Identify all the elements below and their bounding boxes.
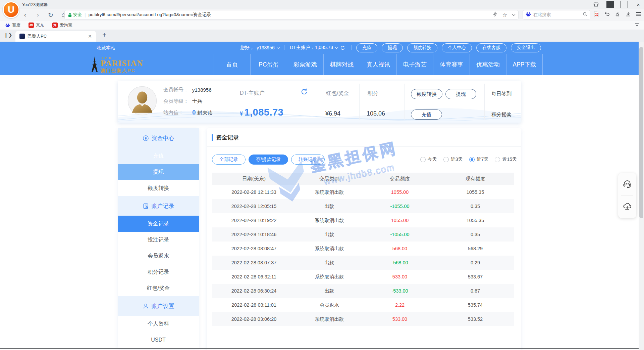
cell-balance: 1055.35 xyxy=(437,218,514,223)
balance-refresh-icon[interactable] xyxy=(340,45,345,50)
sidebar-item[interactable]: 账户记录 xyxy=(118,196,199,216)
radio-icon[interactable] xyxy=(420,157,426,162)
address-bar[interactable]: 安全 | pc.blryl6.com/#/personal/accountLog… xyxy=(64,10,519,19)
top-pill-button[interactable]: 额度转换 xyxy=(407,43,437,52)
top-pill-button[interactable]: 个人中心 xyxy=(442,43,472,52)
nav-item[interactable]: 彩票游戏 xyxy=(287,54,323,76)
search-box[interactable]: 在此搜索 xyxy=(523,10,590,19)
horizontal-scrollbar-thumb[interactable] xyxy=(0,348,639,349)
date-range-option[interactable]: 今天 xyxy=(420,157,437,163)
scrollbar-thumb[interactable] xyxy=(639,47,643,218)
transfer-button[interactable]: 额度转换 xyxy=(411,89,442,99)
avatar[interactable] xyxy=(127,86,157,116)
mail-link[interactable]: 0封未读 xyxy=(192,109,213,116)
table-row[interactable]: 2022-02-28 06:30:24 出款 -533.00 0.67 xyxy=(212,284,514,298)
sidebar-item[interactable]: 提现 xyxy=(118,164,199,180)
table-row[interactable]: 2022-02-28 10:18:46 出款 -1055.00 0.35 xyxy=(212,227,514,242)
nav-item[interactable]: 优惠活动 xyxy=(470,54,506,76)
search-icon[interactable] xyxy=(583,12,587,18)
tab-strip: ❙❯ 巴黎人PC ✕ + xyxy=(0,30,644,42)
daily-checkin-link[interactable]: 每日签到 xyxy=(491,91,512,97)
nav-item[interactable]: PC蛋蛋 xyxy=(250,54,287,76)
date-range-option[interactable]: 近15天 xyxy=(495,157,517,163)
bookmark-taobao[interactable]: 淘 爱淘宝 xyxy=(52,23,72,28)
tab-parisian[interactable]: 巴黎人PC ✕ xyxy=(15,31,96,42)
table-row[interactable]: 2022-02-28 06:32:11 系统取消出款 533.00 533.67 xyxy=(212,270,514,284)
urlbar-dropdown-icon[interactable] xyxy=(512,13,516,16)
sidebar-item[interactable]: 额度转换 xyxy=(118,180,199,196)
table-row[interactable]: 2022-02-28 12:05:15 出款 -1055.00 0.35 xyxy=(212,199,514,213)
vertical-scrollbar[interactable] xyxy=(639,42,644,350)
sidebar-item[interactable]: 红包/奖金 xyxy=(118,280,199,296)
table-row[interactable]: 2022-02-28 03:06:20 系统取消出款 533.00 533.52 xyxy=(212,312,514,326)
search-placeholder[interactable]: 在此搜索 xyxy=(533,12,580,18)
top-pill-button[interactable]: 安全退出 xyxy=(511,43,541,52)
bookmark-jd[interactable]: JD 京东 xyxy=(29,23,44,28)
top-account-balance[interactable]: DT主账户：1,085.73 xyxy=(290,42,345,54)
forward-button[interactable]: › xyxy=(34,11,42,18)
record-tab[interactable]: 存/提款记录 xyxy=(249,155,288,165)
favorite-site-link[interactable]: 收藏本站 xyxy=(97,42,115,54)
radio-icon[interactable] xyxy=(495,157,500,162)
nav-item[interactable]: 体育赛事 xyxy=(433,54,470,76)
browser-logo: U xyxy=(3,1,19,18)
wallet-refresh-icon[interactable] xyxy=(301,88,308,95)
url-text[interactable]: pc.blryl6.com/#/personal/accountLog?tag=… xyxy=(89,12,211,18)
site-logo[interactable]: THE PARISIAN 澳门巴黎人PC xyxy=(90,56,143,74)
top-pill-button[interactable]: 在线客服 xyxy=(476,43,506,52)
nav-item[interactable]: 棋牌对战 xyxy=(323,54,360,76)
nav-item[interactable]: 首页 xyxy=(214,54,250,76)
bookmark-baidu[interactable]: 百度 xyxy=(5,23,20,28)
balance-dropdown-icon[interactable] xyxy=(335,46,338,49)
record-tab[interactable]: 全部记录 xyxy=(212,155,246,165)
sidebar-item[interactable]: 资金记录 xyxy=(118,216,199,232)
nav-item[interactable]: 电子游艺 xyxy=(396,54,433,76)
deposit-button[interactable]: 充值 xyxy=(411,110,442,120)
date-range-option[interactable]: 近3天 xyxy=(443,157,463,163)
bookmark-star-icon[interactable]: ☆ xyxy=(502,12,507,18)
refresh-button[interactable]: ↻ xyxy=(47,11,54,19)
cleaner-broom-icon[interactable] xyxy=(615,11,621,18)
sidebar-item[interactable]: 资金中心 xyxy=(118,128,199,148)
table-row[interactable]: 2022-02-28 03:11:01 会员返水 2.22 535.74 xyxy=(212,298,514,312)
close-button[interactable]: × xyxy=(635,1,642,8)
lightning-icon[interactable] xyxy=(493,11,497,18)
sidebar-item[interactable]: 会员返水 xyxy=(118,248,199,264)
radio-icon[interactable] xyxy=(443,157,449,162)
customer-service-button[interactable] xyxy=(618,173,636,195)
table-row[interactable]: 2022-02-28 08:07:37 出款 -568.00 0.29 xyxy=(212,256,514,270)
maximize-button[interactable] xyxy=(621,1,628,8)
sidebar-toggle-icon[interactable]: ❙❯ xyxy=(4,32,12,38)
collapse-bookmarks-icon[interactable] xyxy=(635,23,639,29)
record-tab[interactable]: 转账记录 xyxy=(291,155,325,165)
nav-item[interactable]: 真人视讯 xyxy=(360,54,396,76)
sidebar-item[interactable]: USDT xyxy=(118,332,199,348)
withdraw-button[interactable]: 提现 xyxy=(445,89,476,99)
back-button[interactable]: ‹ xyxy=(21,11,29,18)
date-range-option[interactable]: 近7天 xyxy=(469,157,489,163)
sidebar-item[interactable]: 投注记录 xyxy=(118,232,199,248)
top-pill-button[interactable]: 提现 xyxy=(382,43,403,52)
top-pill-button[interactable]: 充值 xyxy=(356,43,377,52)
minimize-button[interactable] xyxy=(606,1,614,8)
pdf-icon[interactable]: PDF xyxy=(594,11,599,18)
sidebar-item[interactable]: 个人资料 xyxy=(118,316,199,332)
app-download-button[interactable] xyxy=(618,195,636,218)
download-icon[interactable] xyxy=(626,11,631,18)
table-row[interactable]: 2022-02-28 12:11:33 系统取消出款 1055.00 1055.… xyxy=(212,185,514,199)
sidebar-item[interactable]: 充值 xyxy=(118,148,199,164)
table-row[interactable]: 2022-02-28 10:19:22 系统取消出款 1055.00 1055.… xyxy=(212,213,514,227)
nav-item[interactable]: APP下载 xyxy=(506,54,543,76)
sidebar-item[interactable]: 账户设置 xyxy=(118,296,199,316)
undo-icon[interactable] xyxy=(604,11,610,18)
sidebar-item[interactable]: 积分记录 xyxy=(118,264,199,280)
radio-icon[interactable] xyxy=(469,157,475,162)
tab-close-icon[interactable]: ✕ xyxy=(88,34,92,39)
user-greeting[interactable]: 您好，y138956 xyxy=(240,42,279,54)
user-dropdown-icon[interactable] xyxy=(276,46,280,49)
skin-icon[interactable] xyxy=(592,1,600,8)
points-lottery-link[interactable]: 积分摇奖 xyxy=(491,112,512,118)
table-row[interactable]: 2022-02-28 08:08:47 系统取消出款 568.00 568.29 xyxy=(212,242,514,256)
menu-icon[interactable] xyxy=(636,12,641,18)
new-tab-button[interactable]: + xyxy=(100,31,109,40)
